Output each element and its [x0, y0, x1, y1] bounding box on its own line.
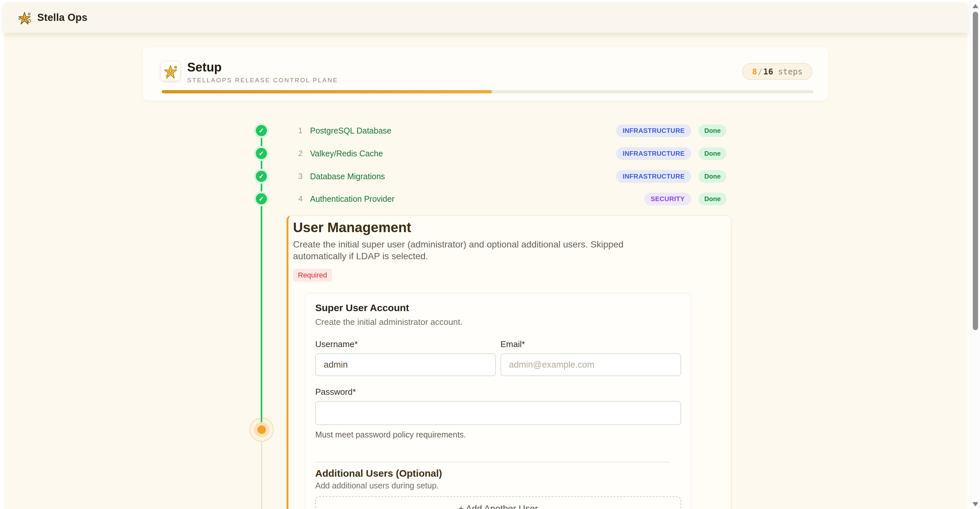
step-row-valkey-redis[interactable]: 2 Valkey/Redis Cache INFRASTRUCTURE Done	[286, 143, 727, 164]
email-field[interactable]	[500, 353, 681, 376]
email-label: Email*	[500, 339, 681, 349]
steps-total-count: 16	[764, 67, 773, 76]
setup-progress-bar	[162, 90, 813, 94]
category-badge: SECURITY	[644, 193, 691, 205]
user-management-card: User Management Create the initial super…	[286, 216, 731, 509]
status-badge: Done	[698, 147, 727, 160]
scrollbar-down-arrow-icon[interactable]	[972, 502, 978, 506]
password-field[interactable]	[315, 401, 681, 425]
setup-logo-tile	[161, 62, 180, 81]
category-badge: INFRASTRUCTURE	[616, 147, 691, 160]
step-number: 1	[286, 126, 301, 135]
step-title: Database Migrations	[310, 172, 385, 181]
setup-progress-fill	[162, 90, 492, 94]
step-row-db-migrations[interactable]: 3 Database Migrations INFRASTRUCTURE Don…	[286, 165, 727, 187]
current-step-description: Create the initial super user (administr…	[293, 239, 674, 262]
step-row-postgresql[interactable]: 1 PostgreSQL Database INFRASTRUCTURE Don…	[286, 120, 727, 141]
top-navigation-bar: Stella Ops	[4, 3, 967, 33]
check-icon: ✓	[256, 148, 267, 159]
super-user-heading: Super User Account	[315, 302, 681, 314]
super-user-form-card: Super User Account Create the initial ad…	[305, 293, 691, 509]
current-step-marker-dot	[258, 425, 266, 434]
status-badge: Done	[698, 170, 727, 183]
status-badge: Done	[698, 124, 727, 137]
steps-separator: /	[757, 67, 764, 76]
additional-users-subheading: Add additional users during setup.	[315, 480, 681, 490]
username-label: Username*	[315, 339, 496, 349]
app-title: Stella Ops	[37, 12, 88, 24]
section-divider	[315, 461, 670, 462]
required-badge: Required	[293, 269, 332, 282]
current-step-title: User Management	[293, 220, 718, 235]
step-title: PostgreSQL Database	[310, 126, 391, 135]
steps-count-badge: 8 / 16 steps	[742, 63, 813, 80]
step-number: 2	[286, 149, 301, 158]
star-mascot-icon	[162, 63, 179, 79]
category-badge: INFRASTRUCTURE	[616, 124, 691, 137]
timeline-upcoming-line	[261, 442, 262, 509]
steps-done-count: 8	[752, 67, 757, 76]
setup-title: Setup	[187, 60, 338, 74]
vertical-scrollbar	[970, 0, 980, 509]
username-field[interactable]	[315, 353, 496, 376]
step-title: Valkey/Redis Cache	[310, 149, 383, 159]
add-another-user-button[interactable]: + Add Another User	[315, 496, 681, 509]
scrollbar-thumb[interactable]	[973, 12, 978, 330]
status-badge: Done	[698, 193, 727, 205]
setup-subtitle: STELLAOPS RELEASE CONTROL PLANE	[187, 77, 338, 84]
step-row-auth-provider[interactable]: 4 Authentication Provider SECURITY Done	[286, 188, 727, 209]
step-title: Authentication Provider	[310, 194, 394, 204]
stellaops-logo-icon	[17, 10, 32, 25]
setup-header-card: Setup STELLAOPS RELEASE CONTROL PLANE 8 …	[143, 48, 828, 101]
step-number: 3	[286, 172, 301, 181]
super-user-subheading: Create the initial administrator account…	[315, 317, 681, 327]
password-label: Password*	[315, 387, 681, 397]
check-icon: ✓	[256, 125, 267, 136]
scrollbar-up-arrow-icon[interactable]	[972, 4, 978, 8]
check-icon: ✓	[256, 171, 267, 182]
app-container: Stella Ops Setup STELLAOPS RELEASE CONTR…	[4, 3, 967, 509]
steps-suffix: steps	[773, 67, 803, 76]
additional-users-heading: Additional Users (Optional)	[315, 468, 681, 479]
step-number: 4	[286, 194, 301, 203]
category-badge: INFRASTRUCTURE	[616, 170, 691, 183]
check-icon: ✓	[256, 193, 267, 205]
password-hint: Must meet password policy requirements.	[315, 430, 681, 439]
